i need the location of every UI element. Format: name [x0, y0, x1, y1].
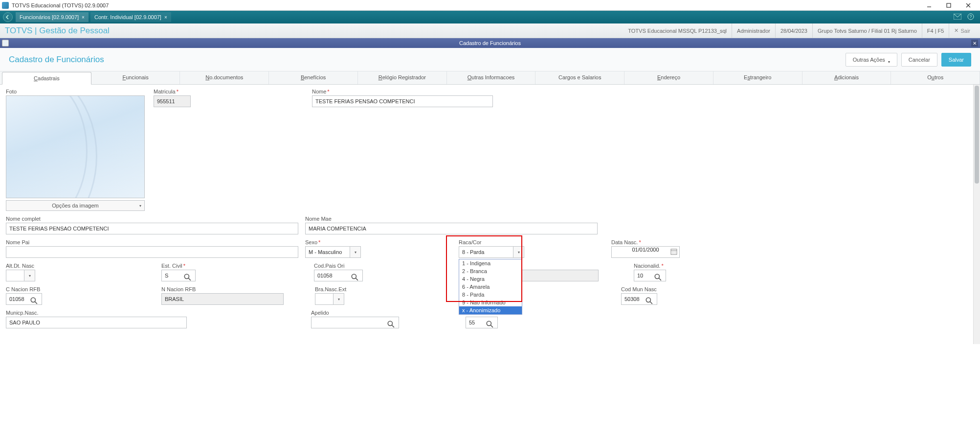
cod-mun-nasc-field[interactable]: 50308 — [621, 293, 657, 305]
chevron-down-icon: ▾ — [333, 294, 344, 304]
alt-dt-nasc-combo[interactable]: ▾ — [6, 270, 35, 281]
chevron-down-icon: ▾ — [513, 247, 524, 257]
back-button[interactable] — [3, 12, 13, 22]
raca-option[interactable]: 1 - Indigena — [459, 259, 522, 267]
svg-point-24 — [487, 321, 491, 325]
c-nacion-rfb-field[interactable]: 01058 — [6, 293, 42, 305]
bra-nasc-ext-combo[interactable]: ▾ — [315, 293, 344, 305]
label-nome-pai: Nome Pai — [6, 239, 298, 245]
nome-mae-field[interactable] — [305, 223, 598, 234]
cod-pais-ori-field[interactable]: 01058 — [314, 270, 363, 281]
tab-cadastrais[interactable]: Cadastrais — [2, 72, 91, 85]
app-tab-contr-individual[interactable]: Contr. Individual [02.9.0007]× — [90, 12, 171, 22]
close-icon[interactable]: × — [82, 15, 85, 20]
svg-line-25 — [490, 325, 493, 327]
header-bar: TOTVS | Gestão de Pessoal TOTVS Educacio… — [0, 23, 980, 38]
nome-field[interactable] — [312, 95, 493, 107]
subwindow-close-icon[interactable]: ✕ — [971, 40, 978, 46]
label-cod-mun-nasc: Cod Mun Nasc — [621, 286, 657, 292]
maximize-button[interactable] — [939, 0, 958, 11]
user-label: Administrador — [732, 23, 775, 38]
est-civil-field[interactable]: S — [161, 270, 196, 281]
page-header: Cadastro de Funcionários Outras Ações Ca… — [0, 48, 980, 71]
svg-line-13 — [188, 278, 191, 280]
tab-adicionais[interactable]: Adicionais — [802, 71, 891, 84]
matricula-field[interactable] — [154, 95, 191, 107]
cancel-button[interactable]: Cancelar — [901, 53, 937, 67]
help-icon[interactable]: ? — [967, 13, 974, 21]
sexo-combo[interactable]: M - Masculino▾ — [305, 246, 361, 258]
brand-title: TOTVS | Gestão de Pessoal — [5, 26, 110, 36]
raca-option[interactable]: 8 - Parda — [459, 291, 522, 299]
label-nome: Nome* — [312, 89, 493, 94]
date-label: 28/04/2023 — [775, 23, 812, 38]
svg-point-16 — [655, 274, 659, 278]
photo-placeholder — [6, 95, 145, 198]
form-tabs: Cadastrais Funcionais No.documentos Bene… — [0, 71, 980, 85]
chevron-down-icon: ▾ — [350, 247, 360, 257]
mail-icon[interactable] — [954, 14, 961, 21]
tab-cargos-salarios[interactable]: Cargos e Salarios — [535, 71, 624, 84]
window-icon — [2, 40, 9, 46]
tab-no-documentos[interactable]: No.documentos — [180, 71, 269, 84]
svg-point-20 — [646, 298, 650, 302]
search-icon[interactable] — [389, 319, 397, 326]
raca-cor-dropdown[interactable]: 1 - Indigena 2 - Branca 4 - Negra 6 - Am… — [459, 259, 522, 315]
search-icon[interactable] — [353, 272, 360, 279]
tab-outros[interactable]: Outros — [891, 71, 980, 84]
tab-funcionais[interactable]: Funcionais — [91, 71, 180, 84]
form-area: Foto Opções da imagem▾ Matricula* Nome* — [0, 85, 980, 344]
close-button[interactable] — [958, 0, 978, 11]
cd-inst-rais-field[interactable]: 55 — [466, 317, 498, 328]
page-title: Cadastro de Funcionários — [9, 55, 104, 65]
label-raca-cor: Raca/Cor — [459, 239, 524, 245]
label-alt-dt-nasc: Alt.Dt. Nasc — [6, 263, 35, 269]
tab-outras-info[interactable]: Outras Informacoes — [447, 71, 536, 84]
raca-option[interactable]: 6 - Amarela — [459, 283, 522, 291]
label-n-nacion-rfb: N Nacion RFB — [161, 286, 284, 292]
app-topbar: Funcionários [02.9.0007]× Contr. Individ… — [0, 11, 980, 23]
svg-point-12 — [184, 274, 189, 278]
tab-relogio[interactable]: Relógio Registrador — [358, 71, 447, 84]
other-actions-button[interactable]: Outras Ações — [846, 53, 897, 67]
close-icon[interactable]: × — [164, 15, 167, 20]
municp-nasc-field[interactable] — [6, 317, 187, 328]
label-nome-complet: Nome complet — [6, 216, 298, 222]
label-foto: Foto — [6, 89, 147, 94]
tab-endereco[interactable]: Endereço — [624, 71, 713, 84]
app-icon — [2, 2, 9, 9]
env-label: TOTVS Educacional MSSQL P12133_sql — [623, 23, 732, 38]
svg-line-19 — [35, 301, 37, 304]
tab-beneficios[interactable]: Benefícios — [269, 71, 358, 84]
app-tab-funcionarios[interactable]: Funcionários [02.9.0007]× — [16, 12, 89, 22]
svg-point-14 — [352, 274, 356, 278]
label-sexo: Sexo* — [305, 239, 361, 245]
save-button[interactable]: Salvar — [941, 53, 971, 67]
data-nasc-field[interactable]: 01/01/2000 — [611, 246, 680, 258]
raca-option[interactable]: 9 - Nao Informado — [459, 299, 522, 306]
apelido-field[interactable] — [311, 317, 399, 328]
search-icon[interactable] — [647, 295, 655, 303]
label-municp-nasc: Municp.Nasc. — [6, 310, 187, 316]
exit-button[interactable]: ✕Sair — [949, 23, 975, 38]
svg-point-18 — [31, 298, 35, 302]
search-icon[interactable] — [656, 272, 664, 279]
tab-estrangeiro[interactable]: Estrangeiro — [713, 71, 802, 84]
minimize-button[interactable] — [919, 0, 939, 11]
n-nacion-rfb-field — [161, 293, 284, 305]
photo-options-button[interactable]: Opções da imagem▾ — [6, 200, 145, 211]
nacionalid-field[interactable]: 10 — [634, 270, 666, 281]
vertical-scrollbar[interactable] — [973, 85, 980, 344]
raca-option[interactable]: x - Anonimizado — [459, 306, 522, 314]
raca-option[interactable]: 2 - Branca — [459, 267, 522, 275]
search-icon[interactable] — [32, 295, 40, 303]
raca-cor-combo[interactable]: 8 - Parda▾ — [459, 246, 524, 258]
search-icon[interactable] — [185, 272, 193, 279]
label-data-nasc: Data Nasc.* — [611, 239, 680, 245]
window-title: TOTVS Educacional (TOTVS) 02.9.0007 — [12, 2, 919, 8]
label-nacionalid: Nacionalid.* — [634, 263, 666, 269]
nome-complet-field[interactable] — [6, 223, 298, 234]
raca-option[interactable]: 4 - Negra — [459, 275, 522, 283]
nome-pai-field[interactable] — [6, 246, 298, 258]
search-icon[interactable] — [488, 319, 495, 326]
